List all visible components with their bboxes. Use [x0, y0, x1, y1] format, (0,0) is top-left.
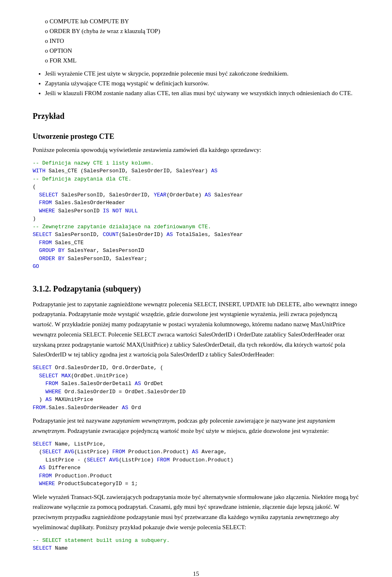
subquery-code-2: SELECT Name, ListPrice, (SELECT AVG(List… — [33, 440, 359, 488]
section-312-heading: 3.1.2. Podzapytania (subquery) — [33, 282, 359, 295]
page-number: 15 — [33, 569, 359, 577]
list-item: FOR XML — [45, 56, 359, 65]
bullet-item-2: Zapytania używające CTE mogą wystąpić w … — [45, 78, 359, 88]
bullet-list: Jeśli wyrażenie CTE jest użyte w skrypci… — [45, 69, 359, 98]
list-item: INTO — [45, 36, 359, 46]
subquery-paragraph-1: Podzapytanie jest to zapytanie zagnieżdż… — [33, 299, 359, 360]
cte-sub-heading: Utworzenie prostego CTE — [33, 131, 359, 143]
bullet-item-3: Jeśli w klauzuli FROM zostanie nadany al… — [45, 88, 359, 98]
subquery-paragraph-3: Wiele wyrażeń Transact-SQL zawierających… — [33, 492, 359, 532]
example-heading: Przykład — [33, 109, 359, 123]
cte-intro-text: Poniższe polecenia spowodują wyświetleni… — [33, 145, 359, 155]
list-item: COMPUTE lub COMPUTE BY — [45, 16, 359, 26]
italic-inner: zapytaniem wewnętrznym — [112, 417, 175, 424]
subquery-code-3: -- SELECT statement built using a subque… — [33, 537, 359, 552]
page-content: COMPUTE lub COMPUTE BY ORDER BY (chyba ż… — [33, 16, 359, 552]
list-item: ORDER BY (chyba że wraz z klauzulą TOP) — [45, 26, 359, 36]
subquery-paragraph-2: Podzapytanie jest też nazywane zapytanie… — [33, 416, 359, 436]
subquery-code-1: SELECT Ord.SalesOrderID, Ord.OrderDate, … — [33, 364, 359, 412]
bullet-item-1: Jeśli wyrażenie CTE jest użyte w skrypci… — [45, 69, 359, 78]
list-item: OPTION — [45, 46, 359, 56]
sub-list: COMPUTE lub COMPUTE BY ORDER BY (chyba ż… — [45, 16, 359, 65]
cte-code-block: -- Definicja nazwy CTE i listy kolumn. W… — [33, 159, 359, 271]
